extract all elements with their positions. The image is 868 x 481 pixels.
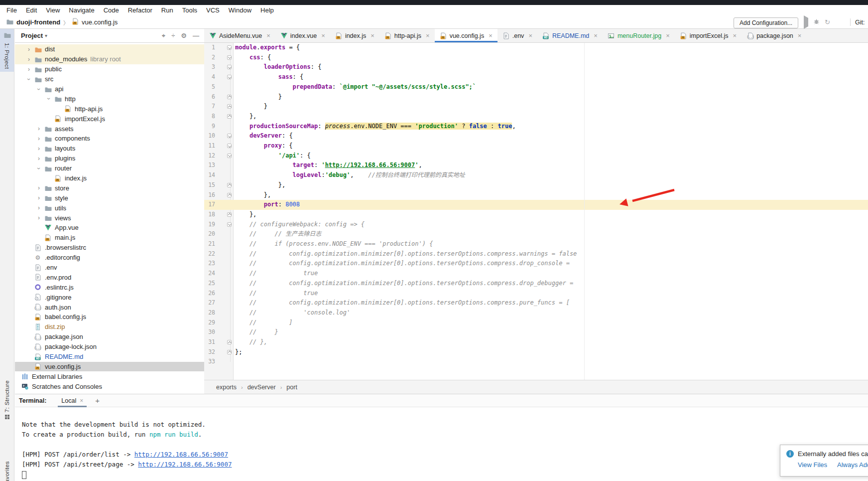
chevron-collapsed-icon[interactable]: › (26, 56, 32, 63)
menu-code[interactable]: Code (99, 5, 124, 16)
breadcrumb-file[interactable]: vue.config.js (82, 18, 118, 26)
code-line-24[interactable]: 24 // true (204, 269, 868, 279)
locate-icon[interactable]: ⌖ (162, 32, 165, 40)
tree-item-node-modules[interactable]: ›node_moduleslibrary root (15, 54, 204, 64)
line-number[interactable]: 23 (204, 259, 215, 269)
close-icon[interactable]: × (489, 32, 493, 39)
tree-item-router[interactable]: ›router (15, 163, 204, 173)
menu-file[interactable]: File (2, 5, 21, 16)
close-icon[interactable]: × (426, 32, 430, 39)
terminal-link[interactable]: http://192.168.66.56:9007 (138, 461, 232, 468)
code-line-30[interactable]: 30 // } (204, 327, 868, 337)
new-terminal-button[interactable]: + (95, 396, 100, 405)
code-line-17[interactable]: 17 port: 8008 (204, 200, 868, 210)
tree-item-scratches-and-consoles[interactable]: Scratches and Consoles (15, 381, 204, 391)
menu-edit[interactable]: Edit (21, 5, 41, 16)
chevron-collapsed-icon[interactable]: › (36, 184, 42, 191)
close-icon[interactable]: × (266, 32, 270, 39)
code-line-6[interactable]: 6 } (204, 92, 868, 102)
line-number[interactable]: 1 (204, 43, 215, 53)
terminal-tab-local[interactable]: Local × (57, 394, 87, 407)
line-number[interactable]: 8 (204, 112, 215, 122)
close-icon[interactable]: × (371, 32, 374, 39)
line-number[interactable]: 24 (204, 269, 215, 279)
fold-marker-icon[interactable] (227, 212, 232, 217)
line-number[interactable]: 25 (204, 279, 215, 289)
project-tree[interactable]: ›dist›node_moduleslibrary root›public›sr… (15, 43, 204, 394)
git-widget[interactable]: Git: (855, 16, 865, 28)
line-number[interactable]: 15 (204, 180, 215, 190)
chevron-expanded-icon[interactable]: › (25, 76, 32, 82)
tree-item-.eslintrc.js[interactable]: .eslintrc.js (15, 282, 204, 292)
tree-item-app.vue[interactable]: App.vue (15, 223, 204, 233)
notification-action-view-files[interactable]: View Files (798, 461, 827, 469)
line-number[interactable]: 2 (204, 53, 215, 63)
tree-item-store[interactable]: ›store (15, 183, 204, 193)
fold-marker-icon[interactable] (227, 55, 232, 60)
close-icon[interactable]: × (321, 32, 325, 39)
chevron-collapsed-icon[interactable]: › (36, 125, 42, 132)
chevron-collapsed-icon[interactable]: › (36, 155, 42, 162)
tree-item-style[interactable]: ›style (15, 193, 204, 203)
tree-item-src[interactable]: ›src (15, 74, 204, 84)
tree-item-utils[interactable]: ›utils (15, 203, 204, 213)
stripe-button-favorites[interactable]: 2: Favorites★ (0, 459, 14, 481)
line-number[interactable]: 30 (204, 327, 215, 337)
editor-breadcrumb-port[interactable]: port (286, 384, 297, 391)
menu-help[interactable]: Help (256, 5, 278, 16)
menu-vcs[interactable]: VCS (202, 5, 224, 16)
line-number[interactable]: 33 (204, 357, 215, 367)
code-line-29[interactable]: 29 // ] (204, 318, 868, 328)
code-line-21[interactable]: 21 // if (process.env.NODE_ENV === 'prod… (204, 239, 868, 249)
fold-marker-icon[interactable] (227, 222, 232, 227)
code-line-16[interactable]: 16 }, (204, 190, 868, 200)
tree-item-package-lock.json[interactable]: {..}package-lock.json (15, 342, 204, 352)
chevron-collapsed-icon[interactable]: › (26, 46, 32, 53)
tree-item-.editorconfig[interactable]: ⚙.editorconfig (15, 253, 204, 263)
line-number[interactable]: 26 (204, 289, 215, 299)
line-number[interactable]: 16 (204, 190, 215, 200)
line-number[interactable]: 10 (204, 131, 215, 141)
fold-marker-icon[interactable] (227, 154, 232, 158)
close-icon[interactable]: × (666, 32, 670, 39)
code-line-19[interactable]: 19 // configureWebpack: config => { (204, 220, 868, 230)
line-number[interactable]: 20 (204, 229, 215, 239)
tree-item-index.js[interactable]: JSindex.js (15, 173, 204, 183)
tree-item-external-libraries[interactable]: External Libraries (15, 371, 204, 381)
fold-marker-icon[interactable] (227, 144, 232, 148)
tab-index.js[interactable]: JSindex.js× (330, 29, 379, 42)
tree-item-auth.json[interactable]: {..}auth.json (15, 302, 204, 312)
add-configuration-button[interactable]: Add Configuration... (734, 17, 798, 28)
fold-marker-icon[interactable] (227, 114, 232, 119)
tree-item-package.json[interactable]: {..}package.json (15, 332, 204, 342)
tree-item-components[interactable]: ›components (15, 134, 204, 144)
code-line-18[interactable]: 18 }, (204, 210, 868, 220)
tree-item-importexcel.js[interactable]: JSimportExcel.js (15, 114, 204, 124)
line-number[interactable]: 4 (204, 72, 215, 82)
tree-item-vue.config.js[interactable]: JSvue.config.js (15, 362, 204, 372)
stripe-button-project[interactable]: 1: Project (0, 29, 14, 72)
tree-item-dist.zip[interactable]: dist.zip (15, 322, 204, 332)
run-button[interactable] (804, 18, 808, 27)
tab-importexcel.js[interactable]: JSimportExcel.js× (675, 29, 742, 42)
code-line-1[interactable]: 1module.exports = { (204, 43, 868, 53)
menu-view[interactable]: View (41, 5, 64, 16)
tree-item-.env.prod[interactable]: .env.prod (15, 272, 204, 282)
line-number[interactable]: 7 (204, 102, 215, 112)
line-number[interactable]: 32 (204, 347, 215, 357)
stripe-button-structure[interactable]: 7: Structure (0, 378, 14, 422)
line-number[interactable]: 27 (204, 298, 215, 308)
fold-marker-icon[interactable] (227, 193, 232, 197)
tab-menurouter.jpg[interactable]: menuRouter.jpg× (603, 29, 675, 42)
line-number[interactable]: 29 (204, 318, 215, 328)
menu-window[interactable]: Window (224, 5, 256, 16)
chevron-collapsed-icon[interactable]: › (36, 214, 42, 221)
code-line-31[interactable]: 31 // }, (204, 337, 868, 347)
code-line-32[interactable]: 32}; (204, 347, 868, 357)
code-line-9[interactable]: 9 productionSourceMap: process.env.NODE_… (204, 122, 868, 132)
code-line-5[interactable]: 5 prependData: `@import "~@/assets/scss/… (204, 82, 868, 92)
project-panel-title[interactable]: Project (21, 32, 43, 39)
settings-icon[interactable]: ⚙ (181, 32, 187, 40)
editor-breadcrumb-devServer[interactable]: devServer (248, 384, 276, 391)
fold-marker-icon[interactable] (227, 45, 232, 50)
